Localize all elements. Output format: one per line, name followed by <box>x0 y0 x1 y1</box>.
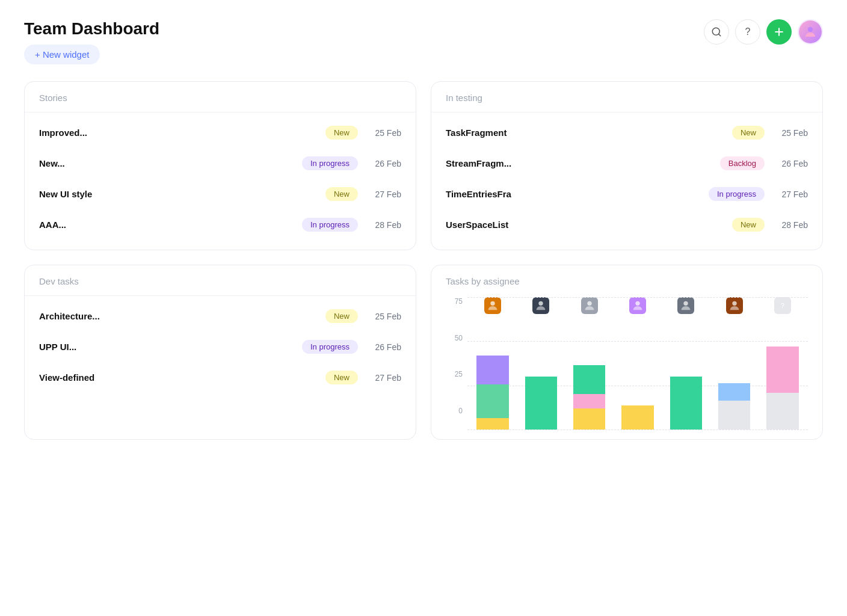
in-testing-header: In testing <box>431 82 822 112</box>
bar-group <box>615 297 661 430</box>
header-left: Team Dashboard + New widget <box>24 19 159 64</box>
task-date: 27 Feb <box>365 373 401 383</box>
help-button[interactable]: ? <box>735 19 760 45</box>
task-date: 27 Feb <box>772 189 808 199</box>
task-date: 25 Feb <box>365 312 401 321</box>
in-testing-title: In testing <box>446 93 482 103</box>
task-date: 26 Feb <box>772 159 808 168</box>
task-name: Architecture... <box>39 311 318 321</box>
chart-area: 7550250? <box>446 297 808 430</box>
page-title: Team Dashboard <box>24 19 159 38</box>
bar-segment <box>621 405 653 430</box>
task-badge: Backlog <box>720 156 765 170</box>
add-button[interactable] <box>766 19 792 45</box>
bar-group <box>711 297 757 430</box>
bar-segment <box>573 365 605 394</box>
task-row[interactable]: AAA...In progress28 Feb <box>39 209 401 240</box>
task-name: UserSpaceList <box>446 220 725 230</box>
stories-card: Stories Improved...New25 FebNew...In pro… <box>24 81 416 250</box>
task-name: AAA... <box>39 220 295 230</box>
task-row[interactable]: New UI styleNew27 Feb <box>39 179 401 209</box>
y-label: 75 <box>455 297 463 306</box>
bar-segment <box>476 356 508 384</box>
task-badge: In progress <box>302 218 358 232</box>
task-date: 26 Feb <box>365 342 401 352</box>
stories-header: Stories <box>25 82 416 112</box>
task-row[interactable]: UPP UI...In progress26 Feb <box>39 331 401 362</box>
bar-group <box>518 297 564 430</box>
bars-container: ? <box>467 297 808 430</box>
chart-content: ? <box>467 297 808 430</box>
task-date: 27 Feb <box>365 189 401 199</box>
task-badge: In progress <box>302 156 358 170</box>
stories-body: Improved...New25 FebNew...In progress26 … <box>25 112 416 250</box>
y-label: 50 <box>455 334 463 342</box>
dev-tasks-header: Dev tasks <box>25 265 416 296</box>
header-actions: ? <box>704 19 823 45</box>
bar-segment <box>718 383 750 401</box>
task-name: StreamFragm... <box>446 158 713 168</box>
bar-segment <box>476 418 508 430</box>
task-row[interactable]: View-definedNew27 Feb <box>39 362 401 393</box>
task-name: New UI style <box>39 189 318 199</box>
bar-group <box>470 297 516 430</box>
task-name: TaskFragment <box>446 128 725 138</box>
bar-segment <box>573 394 605 408</box>
svg-point-4 <box>808 27 813 32</box>
in-testing-card: In testing TaskFragmentNew25 FebStreamFr… <box>431 81 823 250</box>
task-badge: New <box>325 126 358 140</box>
task-row[interactable]: TaskFragmentNew25 Feb <box>446 117 808 148</box>
task-row[interactable]: UserSpaceListNew28 Feb <box>446 209 808 240</box>
bar-group <box>663 297 709 430</box>
stories-title: Stories <box>39 93 67 103</box>
bar-segment <box>476 384 508 418</box>
user-avatar[interactable] <box>798 19 823 45</box>
task-name: New... <box>39 158 295 168</box>
task-name: UPP UI... <box>39 342 295 352</box>
bar-segment <box>766 393 798 430</box>
dev-tasks-title: Dev tasks <box>39 276 79 286</box>
task-date: 25 Feb <box>365 128 401 138</box>
avatar-image <box>799 20 822 43</box>
search-button[interactable] <box>704 19 729 45</box>
chart-card: Tasks by assignee 7550250? <box>431 265 823 440</box>
bar-segment <box>766 346 798 393</box>
chart-y-labels: 7550250 <box>446 297 463 415</box>
task-badge: New <box>325 309 358 323</box>
bar-group <box>760 297 805 430</box>
task-badge: New <box>732 218 765 232</box>
task-date: 25 Feb <box>772 128 808 138</box>
dev-tasks-card: Dev tasks Architecture...New25 FebUPP UI… <box>24 265 416 440</box>
bars-row <box>467 297 808 430</box>
bar-segment <box>573 408 605 430</box>
task-date: 26 Feb <box>365 159 401 168</box>
task-name: View-defined <box>39 372 318 383</box>
task-row[interactable]: StreamFragm...Backlog26 Feb <box>446 148 808 179</box>
task-badge: New <box>732 126 765 140</box>
task-badge: New <box>325 371 358 384</box>
task-date: 28 Feb <box>365 220 401 230</box>
bar-segment <box>670 377 702 430</box>
grid-line <box>467 430 808 430</box>
task-date: 28 Feb <box>772 220 808 230</box>
new-widget-button[interactable]: + New widget <box>24 45 100 64</box>
task-row[interactable]: Architecture...New25 Feb <box>39 301 401 331</box>
bar-segment <box>525 377 557 430</box>
in-testing-body: TaskFragmentNew25 FebStreamFragm...Backl… <box>431 112 822 250</box>
task-badge: In progress <box>302 340 358 354</box>
dashboard-grid: Stories Improved...New25 FebNew...In pro… <box>24 81 823 440</box>
page-header: Team Dashboard + New widget ? <box>24 19 823 64</box>
y-label: 0 <box>458 407 463 415</box>
chart-title: Tasks by assignee <box>446 276 808 286</box>
dev-tasks-body: Architecture...New25 FebUPP UI...In prog… <box>25 296 416 402</box>
task-row[interactable]: TimeEntriesFraIn progress27 Feb <box>446 179 808 209</box>
task-row[interactable]: New...In progress26 Feb <box>39 148 401 179</box>
bar-segment <box>718 401 750 430</box>
task-row[interactable]: Improved...New25 Feb <box>39 117 401 148</box>
task-name: TimeEntriesFra <box>446 189 701 199</box>
svg-line-1 <box>718 34 720 35</box>
task-name: Improved... <box>39 128 318 138</box>
y-label: 25 <box>455 370 463 378</box>
task-badge: New <box>325 187 358 201</box>
task-badge: In progress <box>709 187 765 201</box>
